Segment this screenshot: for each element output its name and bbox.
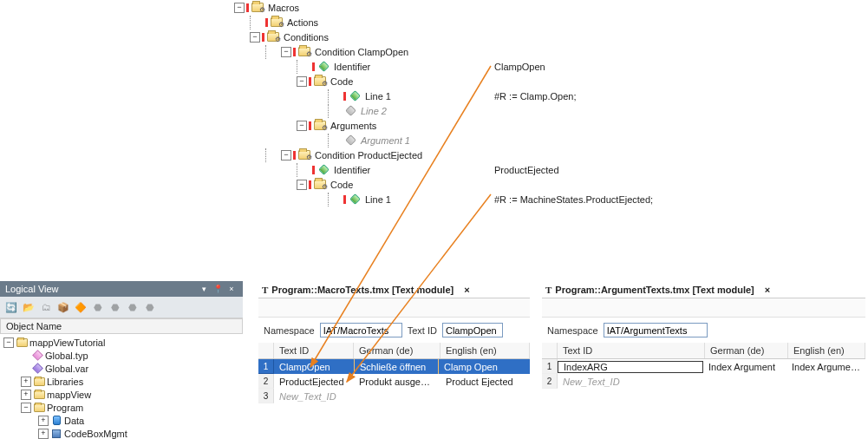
tree-node-condition-productejected[interactable]: − Condition ProductEjected: [234, 147, 858, 162]
grid-row-new[interactable]: 2 New_Text_ID: [542, 374, 865, 389]
expand-toggle[interactable]: −: [297, 121, 307, 131]
tree-node-arguments[interactable]: − Arguments: [234, 118, 858, 133]
tree-node-line1[interactable]: Line 1 #R := MachineStates.ProductEjecte…: [234, 192, 858, 206]
tree-label: Actions: [287, 17, 318, 28]
expand-toggle[interactable]: −: [297, 180, 307, 190]
folder-icon: [266, 31, 280, 43]
tree-value: ProductEjected: [494, 165, 559, 175]
toolbar-open[interactable]: 📂: [21, 299, 36, 315]
tree-node-argument1[interactable]: Argument 1: [234, 133, 858, 147]
folder-icon: [33, 377, 45, 387]
namespace-input[interactable]: [320, 323, 402, 337]
toolbar-refresh[interactable]: 🔄: [3, 299, 19, 315]
expand-toggle[interactable]: +: [21, 390, 31, 400]
tree-node-line2[interactable]: Line 2: [234, 103, 858, 118]
col-textid[interactable]: Text ID: [274, 343, 354, 358]
grid-header: Text ID German (de) English (en): [258, 343, 530, 359]
row-number: 1: [258, 359, 274, 374]
tree-node-libraries[interactable]: + Libraries: [2, 375, 241, 388]
grid-row-new[interactable]: 3 New_Text_ID: [258, 389, 530, 403]
tree-node-code[interactable]: − Code: [234, 177, 858, 192]
tree-node-line1[interactable]: Line 1 #R := Clamp.Open;: [234, 88, 858, 103]
tree-label: Conditions: [284, 32, 329, 43]
expand-toggle[interactable]: −: [21, 403, 31, 413]
expand-toggle[interactable]: −: [3, 337, 14, 348]
col-english[interactable]: English (en): [788, 343, 865, 358]
toolbar-btn[interactable]: ⬣: [108, 299, 123, 315]
dropdown-icon[interactable]: ▾: [198, 284, 210, 294]
logical-toolbar: 🔄 📂 🗂 📦 🔶 ⬣ ⬣ ⬣ ⬣: [0, 297, 243, 318]
cell-new-textid[interactable]: New_Text_ID: [558, 377, 705, 387]
tree-node-conditions[interactable]: − Conditions: [234, 29, 858, 44]
cell-english[interactable]: Product Ejected: [441, 377, 530, 387]
namespace-input[interactable]: [604, 323, 708, 337]
close-tab-button[interactable]: ×: [460, 285, 473, 295]
expand-toggle[interactable]: −: [281, 47, 291, 57]
tree-node-data[interactable]: + Data: [2, 414, 241, 427]
tree-node-identifier[interactable]: Identifier ClampOpen: [234, 59, 858, 74]
textid-input[interactable]: [442, 323, 503, 337]
expand-toggle[interactable]: −: [234, 3, 245, 13]
cell-german[interactable]: Index Argument: [703, 362, 786, 372]
expand-toggle[interactable]: −: [281, 150, 291, 161]
toolbar-btn[interactable]: ⬣: [125, 299, 140, 315]
tree-node-identifier[interactable]: Identifier ProductEjected: [234, 162, 858, 177]
pin-icon[interactable]: 📍: [212, 284, 224, 294]
tree-node-project[interactable]: − mappViewTutorial: [2, 336, 241, 349]
toolbar-btn[interactable]: ⬣: [90, 299, 106, 315]
tree-label: Global.typ: [45, 351, 88, 361]
toolbar-btn[interactable]: 🔶: [73, 299, 88, 315]
col-german[interactable]: German (de): [354, 343, 441, 358]
grid-row-1[interactable]: 1 ClampOpen Schließe öffnen Clamp Open: [258, 359, 530, 374]
tree-node-global-var[interactable]: Global.var: [2, 362, 241, 375]
cell-textid[interactable]: IndexARG: [558, 361, 703, 373]
tree-label: Condition ClampOpen: [315, 47, 408, 57]
cell-textid[interactable]: ClampOpen: [274, 362, 354, 372]
folder-icon: [251, 2, 264, 14]
toolbar-btn[interactable]: ⬣: [142, 299, 158, 315]
toolbar-btn[interactable]: 📦: [55, 299, 71, 315]
close-tab-button[interactable]: ×: [761, 285, 773, 295]
property-icon: [317, 164, 330, 176]
tree-node-mappview[interactable]: + mappView: [2, 388, 241, 401]
tree-node-actions[interactable]: Actions: [234, 15, 858, 29]
tree-label: Line 1: [365, 194, 391, 205]
grid-row-2[interactable]: 2 ProductEjected Produkt ausgewor... Pro…: [258, 374, 530, 389]
tab-title[interactable]: Program::ArgumentTexts.tmx [Text module]: [555, 285, 754, 295]
tree-label: Line 2: [361, 106, 387, 116]
tree-node-global-typ[interactable]: Global.typ: [2, 349, 241, 362]
tree-node-condition-clampopen[interactable]: − Condition ClampOpen: [234, 44, 858, 59]
tree-node-codeboxmgmt[interactable]: + CodeBoxMgmt: [2, 427, 241, 439]
expand-toggle[interactable]: +: [38, 429, 49, 439]
grid-row-1[interactable]: 1 IndexARG Index Argument Index Argument…: [542, 359, 865, 374]
tab-title[interactable]: Program::MacroTexts.tmx [Text module]: [271, 285, 454, 295]
folder-icon: [16, 337, 28, 348]
row-number: 2: [542, 374, 558, 389]
column-header[interactable]: Object Name: [0, 318, 243, 334]
close-icon[interactable]: ×: [225, 284, 238, 294]
tree-node-program[interactable]: − Program: [2, 401, 241, 414]
tree-label: Code: [330, 76, 353, 87]
col-textid[interactable]: Text ID: [558, 343, 705, 358]
cell-english[interactable]: Clamp Open: [439, 362, 530, 372]
expand-toggle[interactable]: +: [21, 377, 31, 387]
tree-node-code[interactable]: − Code: [234, 74, 858, 88]
tree-node-macros[interactable]: − Macros: [234, 0, 858, 15]
expand-toggle[interactable]: +: [38, 416, 49, 426]
tree-label: Libraries: [47, 377, 83, 387]
col-german[interactable]: German (de): [705, 343, 788, 358]
cell-new-textid[interactable]: New_Text_ID: [274, 391, 354, 402]
row-header-corner: [258, 343, 274, 358]
expand-toggle[interactable]: −: [250, 32, 260, 43]
textid-label: Text ID: [408, 325, 437, 336]
cell-german[interactable]: Schließe öffnen: [355, 362, 438, 372]
property-icon: [343, 105, 357, 117]
cell-textid[interactable]: ProductEjected: [274, 377, 354, 387]
folder-icon: [33, 390, 45, 400]
cell-english[interactable]: Index Arguments: [786, 362, 865, 372]
expand-toggle[interactable]: −: [297, 76, 307, 87]
toolbar-btn[interactable]: 🗂: [38, 299, 54, 315]
folder-icon: [297, 149, 311, 161]
col-english[interactable]: English (en): [441, 343, 530, 358]
cell-german[interactable]: Produkt ausgewor...: [354, 377, 441, 387]
